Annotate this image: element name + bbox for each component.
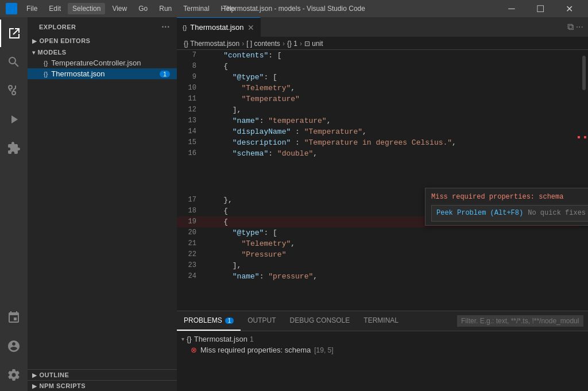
file-temperature-controller[interactable]: {} TemperatureController.json <box>28 57 177 68</box>
code-line-11: 11 "Temperature" <box>177 94 588 104</box>
panel-filter <box>457 311 588 331</box>
breadcrumb-unit[interactable]: ⊡ unit <box>304 40 323 48</box>
code-line-7: 7 "contents": [ <box>177 50 588 61</box>
npm-section: ▶ NPM SCRIPTS <box>28 380 177 391</box>
code-line-23: 23 ], <box>177 260 588 271</box>
problems-badge: 1 <box>225 318 234 324</box>
explorer-activity-icon[interactable] <box>0 20 28 47</box>
code-line-20: 20 "@type": [ <box>177 227 588 238</box>
titlebar-menu: File Edit Selection View Go Run Terminal… <box>22 3 239 14</box>
close-button[interactable]: ✕ <box>556 0 582 17</box>
problem-group-header[interactable]: ▾ {} Thermostat.json 1 <box>177 334 588 344</box>
scrollbar-thumb[interactable] <box>582 56 586 90</box>
json-file-icon: {} <box>44 60 48 67</box>
outline-chevron: ▶ <box>32 372 37 378</box>
tooltip-message: Miss required properties: schema <box>431 192 588 203</box>
output-label: OUTPUT <box>247 316 276 324</box>
tab-filename: Thermostat.json <box>190 23 243 32</box>
breadcrumb-sep1: › <box>242 40 244 48</box>
file-name: TemperatureController.json <box>51 59 141 67</box>
peek-problem-link[interactable]: Peek Problem (Alt+F8) <box>436 208 523 219</box>
problem-location: [19, 5] <box>314 346 333 354</box>
error-tooltip: Miss required properties: schema Peek Pr… <box>425 188 588 226</box>
minimize-button[interactable]: ─ <box>498 0 525 17</box>
code-line-10: 10 "Telemetry", <box>177 83 588 94</box>
tab-more-button[interactable]: ··· <box>576 22 583 32</box>
editor-body: 7 "contents": [ 8 { 9 "@type": [ 10 <box>177 50 588 391</box>
code-line-8: 8 { <box>177 61 588 72</box>
problem-group-thermostat: ▾ {} Thermostat.json 1 ⊗ Miss required p… <box>177 334 588 355</box>
panel-content: ▾ {} Thermostat.json 1 ⊗ Miss required p… <box>177 331 588 391</box>
outline-label: OUTLINE <box>40 371 69 378</box>
bottom-panel: PROBLEMS 1 OUTPUT DEBUG CONSOLE TERMINAL <box>177 311 588 391</box>
models-label: MODELS <box>38 49 67 56</box>
code-editor[interactable]: 7 "contents": [ 8 { 9 "@type": [ 10 <box>177 50 588 311</box>
editor-content[interactable]: 7 "contents": [ 8 { 9 "@type": [ 10 <box>177 50 588 311</box>
group-file-icon: {} <box>187 335 192 343</box>
code-line-15: 15 "description" : "Temperature in degre… <box>177 137 588 148</box>
sidebar-more-button[interactable]: ··· <box>161 22 170 32</box>
extensions-activity-icon[interactable] <box>0 134 28 162</box>
tab-bar: {} Thermostat.json ✕ ⧉ ··· <box>177 17 588 37</box>
code-line-22: 22 "Pressure" <box>177 249 588 260</box>
file-thermostat[interactable]: {} Thermostat.json 1 <box>28 68 177 79</box>
open-editors-chevron: ▶ <box>32 38 37 44</box>
menu-selection[interactable]: Selection <box>68 3 105 14</box>
filter-input[interactable] <box>457 315 583 327</box>
code-line-13: 13 "name": "temperature", <box>177 115 588 126</box>
models-section: ▾ MODELS {} TemperatureController.json {… <box>28 47 177 79</box>
breadcrumb-sep3: › <box>300 40 302 48</box>
npm-header[interactable]: ▶ NPM SCRIPTS <box>28 381 177 391</box>
menu-edit[interactable]: Edit <box>44 3 65 14</box>
tab-problems[interactable]: PROBLEMS 1 <box>177 311 241 331</box>
problem-item-1[interactable]: ⊗ Miss required properties: schema [19, … <box>177 344 588 355</box>
account-activity-icon[interactable] <box>0 332 28 360</box>
tooltip-actions: Peek Problem (Alt+F8) No quick fixes ava… <box>431 205 588 222</box>
sidebar: EXPLORER ··· ▶ OPEN EDITORS ▾ MODELS {} … <box>28 17 177 391</box>
no-fixes-label: No quick fixes available <box>528 208 588 219</box>
models-header[interactable]: ▾ MODELS <box>28 47 177 57</box>
editor-area: {} Thermostat.json ✕ ⧉ ··· {} Thermostat… <box>177 17 588 391</box>
outline-header[interactable]: ▶ OUTLINE <box>28 370 177 380</box>
debug-console-label: DEBUG CONSOLE <box>290 316 350 324</box>
sidebar-header: EXPLORER ··· <box>28 17 177 34</box>
models-chevron: ▾ <box>32 49 36 56</box>
menu-terminal[interactable]: Terminal <box>179 3 214 14</box>
maximize-button[interactable]: ☐ <box>527 0 554 17</box>
settings-activity-icon[interactable] <box>0 361 28 389</box>
code-line-14: 14 "displayName" : "Temperature", <box>177 126 588 137</box>
source-control-activity-icon[interactable] <box>0 77 28 104</box>
breadcrumb-contents[interactable]: [ ] contents <box>246 40 280 48</box>
panel-tabs: PROBLEMS 1 OUTPUT DEBUG CONSOLE TERMINAL <box>177 311 588 331</box>
run-activity-icon[interactable] <box>0 106 28 133</box>
group-collapse-icon: ▾ <box>181 336 184 342</box>
menu-run[interactable]: Run <box>154 3 176 14</box>
problem-message: Miss required properties: schema <box>200 346 311 354</box>
open-editors-label: OPEN EDITORS <box>40 37 91 44</box>
tab-close-button[interactable]: ✕ <box>247 23 254 32</box>
titlebar-left: File Edit Selection View Go Run Terminal… <box>6 3 239 14</box>
vscode-logo <box>6 3 17 14</box>
search-activity-icon[interactable] <box>0 48 28 76</box>
tab-terminal[interactable]: TERMINAL <box>357 311 405 331</box>
problems-label: PROBLEMS <box>184 316 222 324</box>
menu-view[interactable]: View <box>107 3 131 14</box>
activity-bar <box>0 17 28 391</box>
tab-debug-console[interactable]: DEBUG CONSOLE <box>283 311 357 331</box>
menu-file[interactable]: File <box>22 3 42 14</box>
menu-go[interactable]: Go <box>134 3 152 14</box>
activity-bottom <box>0 304 28 391</box>
split-editor-button[interactable]: ⧉ <box>567 22 574 32</box>
main-layout: EXPLORER ··· ▶ OPEN EDITORS ▾ MODELS {} … <box>0 17 588 391</box>
breadcrumb-1[interactable]: {} 1 <box>287 40 297 48</box>
editor-scrollbar[interactable] <box>580 50 588 311</box>
tab-thermostat[interactable]: {} Thermostat.json ✕ <box>177 17 261 37</box>
open-editors-header[interactable]: ▶ OPEN EDITORS <box>28 36 177 46</box>
sidebar-title: EXPLORER <box>39 24 76 30</box>
breadcrumb: {} Thermostat.json › [ ] contents › {} 1… <box>177 37 588 50</box>
tab-output[interactable]: OUTPUT <box>241 311 283 331</box>
error-scroll-marker <box>584 136 586 138</box>
breadcrumb-file[interactable]: {} Thermostat.json <box>184 40 239 48</box>
file-error-badge: 1 <box>160 71 170 78</box>
remote-activity-icon[interactable] <box>0 304 28 331</box>
